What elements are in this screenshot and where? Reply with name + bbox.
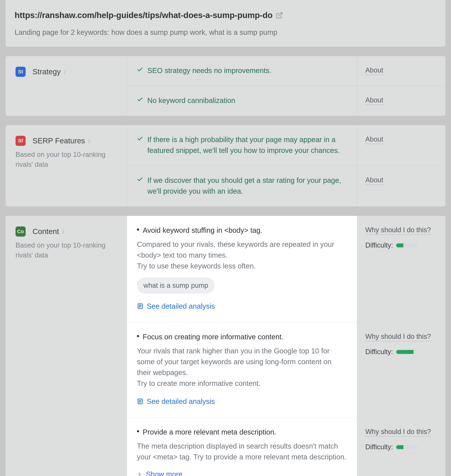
- check-icon: [137, 136, 143, 142]
- about-link[interactable]: About: [365, 136, 383, 144]
- about-link[interactable]: About: [365, 66, 383, 75]
- content-badge-icon: Co: [16, 226, 26, 236]
- content-recommendation-title: Provide a more relevant meta description…: [143, 427, 276, 437]
- bullet-icon: [137, 229, 139, 231]
- show-more-toggle[interactable]: Show more: [137, 469, 182, 476]
- about-link[interactable]: About: [365, 176, 383, 185]
- content-recommendation-title: Focus on creating more informative conte…: [143, 331, 283, 342]
- info-icon[interactable]: i: [64, 67, 66, 77]
- difficulty-bar: [396, 350, 418, 354]
- chevron-right-icon: [137, 471, 142, 476]
- difficulty-label: Difficulty:: [365, 347, 393, 357]
- section-serp: Sf SERP Features i Based on your top 10-…: [6, 125, 445, 207]
- content-recommendation-body: Your rivals that rank higher than you in…: [137, 346, 347, 389]
- why-link[interactable]: Why should I do this?: [365, 333, 431, 341]
- content-recommendation: Avoid keyword stuffing in <body> tag.: [137, 225, 347, 236]
- difficulty-label: Difficulty:: [365, 240, 393, 250]
- section-title: Strategy: [32, 66, 61, 77]
- see-detailed-analysis-link[interactable]: See detailed analysis: [137, 301, 215, 312]
- show-more-label: Show more: [146, 469, 182, 476]
- difficulty-bar: [396, 445, 418, 449]
- content-recommendation-body: Compared to your rivals, these keywords …: [137, 239, 347, 271]
- content-recommendation-title: Avoid keyword stuffing in <body> tag.: [143, 225, 262, 236]
- content-recommendation: Provide a more relevant meta description…: [137, 427, 347, 437]
- serp-badge-icon: Sf: [16, 136, 26, 146]
- serp-item-text: If there is a high probability that your…: [147, 134, 347, 156]
- info-icon[interactable]: i: [88, 136, 90, 146]
- difficulty-indicator: Difficulty:: [365, 240, 437, 250]
- content-recommendation: Focus on creating more informative conte…: [137, 331, 347, 342]
- section-title: Content: [32, 226, 59, 237]
- difficulty-bar: [396, 243, 418, 247]
- strategy-item-text: SEO strategy needs no improvements.: [147, 65, 271, 76]
- info-icon[interactable]: i: [62, 227, 64, 236]
- serp-item-text: If we discover that you should get a sta…: [147, 175, 347, 197]
- difficulty-indicator: Difficulty:: [365, 347, 437, 357]
- check-icon: [137, 96, 143, 103]
- strategy-item-text: No keyword cannibalization: [147, 95, 235, 106]
- why-link[interactable]: Why should I do this?: [365, 226, 431, 235]
- section-strategy: St Strategy i SEO strategy needs no impr…: [6, 56, 445, 116]
- difficulty-indicator: Difficulty:: [365, 442, 437, 452]
- strategy-badge-icon: St: [16, 67, 26, 77]
- document-icon: [137, 303, 144, 309]
- see-detailed-analysis-link[interactable]: See detailed analysis: [137, 396, 215, 407]
- landing-subtitle: Landing page for 2 keywords: how does a …: [15, 27, 436, 38]
- bullet-icon: [137, 335, 139, 337]
- about-link[interactable]: About: [365, 96, 383, 105]
- see-detail-label: See detailed analysis: [147, 301, 215, 312]
- why-link[interactable]: Why should I do this?: [365, 428, 431, 437]
- external-link-icon[interactable]: [276, 12, 283, 19]
- check-icon: [137, 67, 143, 73]
- section-content: Co Content i Based on your top 10-rankin…: [6, 216, 445, 476]
- difficulty-label: Difficulty:: [365, 442, 393, 452]
- landing-header: https://ranshaw.com/help-guides/tips/wha…: [6, 0, 445, 47]
- document-icon: [137, 398, 144, 405]
- landing-url: https://ranshaw.com/help-guides/tips/wha…: [15, 9, 273, 21]
- see-detail-label: See detailed analysis: [147, 396, 215, 407]
- bullet-icon: [137, 430, 139, 432]
- serp-item: If we discover that you should get a sta…: [137, 175, 347, 197]
- strategy-item: No keyword cannibalization: [137, 95, 347, 106]
- content-recommendation-body: The meta description displayed in search…: [137, 441, 347, 462]
- check-icon: [137, 176, 143, 182]
- strategy-item: SEO strategy needs no improvements.: [137, 65, 347, 76]
- section-subtitle: Based on your top 10-ranking rivals' dat…: [16, 240, 120, 260]
- section-subtitle: Based on your top 10-ranking rivals' dat…: [16, 150, 120, 169]
- section-title: SERP Features: [32, 135, 85, 146]
- serp-item: If there is a high probability that your…: [137, 134, 347, 156]
- keyword-chip[interactable]: what is a sump pump: [137, 278, 215, 294]
